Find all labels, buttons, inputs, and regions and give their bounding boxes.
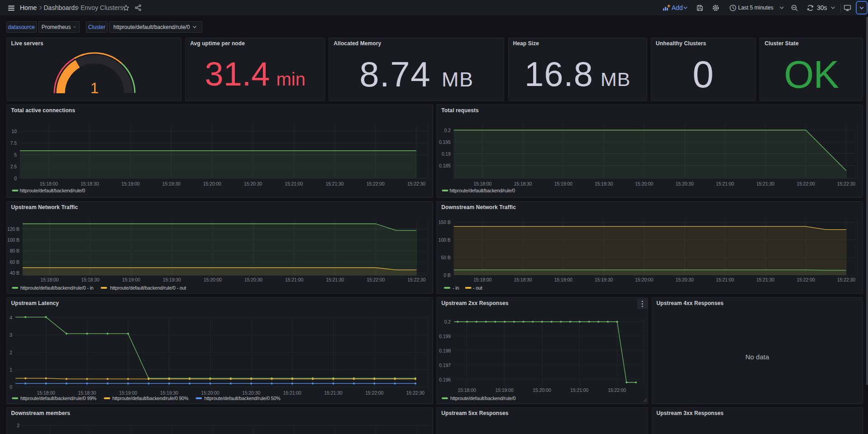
svg-text:0: 0 [10,384,12,390]
svg-text:15:20:00: 15:20:00 [203,277,221,282]
svg-text:15:19:30: 15:19:30 [160,390,178,396]
svg-text:15:20:30: 15:20:30 [244,181,262,186]
svg-text:15:19:30: 15:19:30 [162,181,180,186]
svg-text:15:19:00: 15:19:00 [496,387,514,393]
svg-text:0.198: 0.198 [439,348,451,353]
svg-text:15:19:00: 15:19:00 [121,181,139,186]
svg-text:15:19:30: 15:19:30 [162,277,181,282]
svg-text:0.2: 0.2 [444,128,451,133]
svg-text:15:22:30: 15:22:30 [407,277,425,282]
svg-text:15:21:00: 15:21:00 [283,390,301,396]
svg-text:0: 0 [14,176,17,181]
svg-text:3: 3 [10,332,12,338]
svg-text:1: 1 [90,80,98,96]
svg-text:15:19:30: 15:19:30 [595,181,613,186]
svg-text:15:22:00: 15:22:00 [365,390,383,396]
svg-text:50 B: 50 B [441,255,451,260]
svg-text:15:18:00: 15:18:00 [473,181,491,186]
svg-text:- out: - out [473,285,482,291]
svg-text:15:21:30: 15:21:30 [326,277,344,282]
svg-text:100 B: 100 B [439,237,451,242]
svg-text:httproute/default/backend/rule: httproute/default/backend/rule/0 [450,188,515,193]
svg-text:15:20:00: 15:20:00 [635,277,653,282]
svg-text:2: 2 [10,350,12,355]
svg-text:15:20:00: 15:20:00 [635,181,653,186]
svg-text:15:18:00: 15:18:00 [37,390,55,396]
svg-text:15:22:00: 15:22:00 [797,181,815,186]
svg-text:4: 4 [10,315,12,320]
svg-text:15:18:30: 15:18:30 [514,181,532,186]
svg-text:0.195: 0.195 [439,139,451,145]
svg-text:15:21:30: 15:21:30 [325,181,343,186]
svg-text:0.199: 0.199 [439,334,451,339]
svg-text:15:18:30: 15:18:30 [81,277,99,282]
svg-text:0.185: 0.185 [439,163,451,168]
svg-text:15:19:00: 15:19:00 [119,390,137,396]
svg-text:15:18:00: 15:18:00 [39,181,57,186]
svg-text:15:22:30: 15:22:30 [407,181,425,186]
svg-text:80 B: 80 B [10,248,19,253]
svg-text:0.197: 0.197 [439,362,451,368]
svg-text:15:21:00: 15:21:00 [285,181,303,186]
svg-text:1: 1 [10,367,12,372]
svg-text:15:20:30: 15:20:30 [676,277,694,282]
svg-text:120 B: 120 B [7,226,19,231]
svg-text:15:18:00: 15:18:00 [473,277,491,282]
svg-text:2.5: 2.5 [10,164,17,169]
svg-text:15:21:30: 15:21:30 [324,390,342,396]
svg-text:5: 5 [14,152,17,157]
svg-text:40 B: 40 B [10,270,19,276]
svg-text:15:20:30: 15:20:30 [244,277,262,282]
svg-text:15:19:00: 15:19:00 [122,277,140,282]
svg-text:15:22:00: 15:22:00 [797,277,815,282]
svg-text:0.2: 0.2 [444,319,451,324]
svg-text:15:22:30: 15:22:30 [837,181,855,186]
svg-text:15:22:00: 15:22:00 [366,181,384,186]
svg-text:15:21:30: 15:21:30 [757,181,775,186]
svg-text:15:19:30: 15:19:30 [595,277,613,282]
svg-text:0.196: 0.196 [439,377,451,382]
svg-text:15:18:30: 15:18:30 [78,390,96,396]
svg-text:15:21:00: 15:21:00 [571,387,589,393]
svg-text:60 B: 60 B [10,259,19,264]
svg-text:100 B: 100 B [7,237,19,242]
svg-text:15:21:00: 15:21:00 [716,181,734,186]
svg-text:httproute/default/backend/rule: httproute/default/backend/rule/0 [19,188,85,193]
svg-text:10: 10 [11,129,17,134]
svg-text:httproute/default/backend/rule: httproute/default/backend/rule/0 90% [112,396,188,401]
svg-text:15:22:30: 15:22:30 [837,277,855,282]
svg-text:15:22:30: 15:22:30 [406,390,424,396]
svg-text:httproute/default/backend/rule: httproute/default/backend/rule/0 50% [204,396,280,401]
svg-text:httproute/default/backend/rule: httproute/default/backend/rule/0 - in [20,285,94,291]
svg-text:15:21:00: 15:21:00 [716,277,734,282]
svg-text:15:21:00: 15:21:00 [285,277,303,282]
svg-text:- in: - in [453,285,459,291]
svg-text:15:22:00: 15:22:00 [367,277,385,282]
svg-text:httproute/default/backend/rule: httproute/default/backend/rule/0 [450,396,516,401]
svg-text:15:21:30: 15:21:30 [757,277,775,282]
svg-text:15:19:00: 15:19:00 [554,181,572,186]
svg-text:15:20:00: 15:20:00 [533,387,551,393]
svg-text:15:18:00: 15:18:00 [40,277,58,282]
svg-text:httproute/default/backend/rule: httproute/default/backend/rule/0 - out [110,285,186,291]
svg-text:15:18:30: 15:18:30 [514,277,532,282]
svg-text:150 B: 150 B [439,219,451,225]
svg-text:0.19: 0.19 [442,151,451,157]
svg-text:httproute/default/backend/rule: httproute/default/backend/rule/0 99% [20,396,96,401]
svg-text:2: 2 [17,423,19,428]
svg-text:15:20:30: 15:20:30 [242,390,260,396]
svg-text:0 B: 0 B [444,272,451,278]
svg-text:15:20:00: 15:20:00 [201,390,219,396]
svg-text:15:19:00: 15:19:00 [554,277,572,282]
svg-text:15:20:30: 15:20:30 [676,181,694,186]
svg-text:15:20:00: 15:20:00 [203,181,221,186]
svg-text:15:18:00: 15:18:00 [458,387,476,393]
svg-text:15:22:00: 15:22:00 [608,387,626,393]
svg-text:15:18:30: 15:18:30 [81,181,99,186]
svg-text:7.5: 7.5 [10,140,17,146]
